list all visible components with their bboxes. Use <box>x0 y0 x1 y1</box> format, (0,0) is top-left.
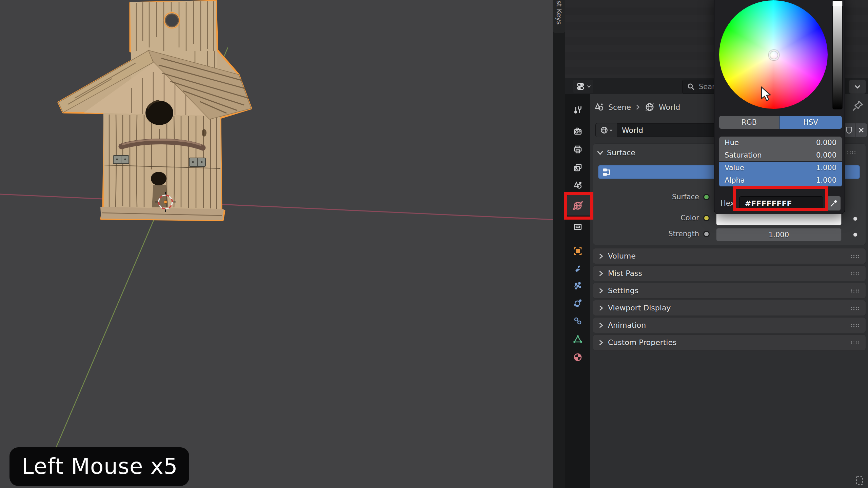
viewport-scene <box>0 0 553 488</box>
alpha-slider[interactable]: Alpha 1.000 <box>719 174 842 186</box>
chevron-right-icon <box>598 288 604 294</box>
world-icon <box>600 126 609 135</box>
strength-slider[interactable]: 1.000 <box>716 228 842 241</box>
saturation-slider[interactable]: Saturation 0.000 <box>719 149 842 161</box>
search-icon <box>687 82 695 91</box>
panel-mist-pass[interactable]: Mist Pass <box>593 265 866 281</box>
node-icon <box>602 167 612 177</box>
shield-icon <box>846 126 852 134</box>
tab-rgb[interactable]: RGB <box>719 116 779 129</box>
chevron-down-icon <box>597 150 604 155</box>
strength-socket-dot <box>703 231 710 237</box>
world-browse-button[interactable] <box>595 123 617 137</box>
tab-physics[interactable] <box>570 295 586 311</box>
panel-grip-handle[interactable] <box>847 151 856 154</box>
panel-custom-properties[interactable]: Custom Properties <box>593 334 866 350</box>
birdhouse-model <box>58 1 251 220</box>
tab-constraints[interactable] <box>570 313 586 329</box>
editor-type-button[interactable] <box>573 80 593 93</box>
sidebar-tab-last-keys[interactable]: Last Keys <box>553 0 566 33</box>
color-picker-popup: RGB HSV Hue 0.000 Saturation 0.000 Value… <box>714 0 845 214</box>
chevron-right-icon <box>598 322 604 328</box>
color-swatch-field[interactable] <box>716 212 842 225</box>
close-icon <box>858 127 864 133</box>
tab-output[interactable] <box>570 142 586 157</box>
tab-collection[interactable] <box>570 219 586 235</box>
tab-particles[interactable] <box>570 278 586 294</box>
panel-grip-handle[interactable] <box>850 324 860 327</box>
chevron-down-icon <box>854 85 861 89</box>
color-keyframe-dot[interactable] <box>853 217 857 221</box>
panel-viewport-display[interactable]: Viewport Display <box>593 300 866 316</box>
chevron-down-icon <box>587 85 591 88</box>
header-options-button[interactable] <box>849 80 866 94</box>
tab-render[interactable] <box>570 124 586 139</box>
hue-slider[interactable]: Hue 0.000 <box>719 137 842 149</box>
pin-icon <box>850 99 865 113</box>
hinge-left <box>113 156 129 164</box>
chevron-right-icon <box>598 340 604 346</box>
pin-id-button[interactable] <box>850 99 865 113</box>
viewport-sidebar-strip <box>553 0 565 488</box>
panel-settings[interactable]: Settings <box>593 283 866 299</box>
blender-window: Left Mouse x5 Last Keys Search <box>0 0 868 488</box>
strength-row-label: Strength <box>644 230 699 238</box>
surface-row-label: Surface <box>644 193 699 201</box>
tab-modifiers[interactable] <box>570 261 586 277</box>
axis-x-line <box>0 194 553 220</box>
lower-hole <box>151 172 166 185</box>
panel-grip-handle[interactable] <box>850 272 860 275</box>
screencast-key-label: Left Mouse x5 <box>9 447 189 486</box>
chevron-down-icon <box>609 129 613 132</box>
scene-icon <box>594 102 604 112</box>
strength-keyframe-dot[interactable] <box>853 232 857 237</box>
panel-volume[interactable]: Volume <box>593 248 866 264</box>
tab-object-data[interactable] <box>570 331 586 347</box>
chevron-right-icon <box>598 253 604 259</box>
value-slider-row[interactable]: Value 1.000 <box>719 162 842 174</box>
tab-texture[interactable] <box>570 349 586 365</box>
unlink-button[interactable] <box>855 123 867 137</box>
tab-view-layer[interactable] <box>570 160 586 176</box>
color-wheel-cursor[interactable] <box>769 50 779 60</box>
panel-animation[interactable]: Animation <box>593 317 866 333</box>
hang-hole <box>165 14 178 27</box>
breadcrumb-world[interactable]: World <box>659 103 680 111</box>
properties-editor-icon <box>576 82 586 91</box>
surface-socket-dot <box>703 194 710 200</box>
hsv-sliders: Hue 0.000 Saturation 0.000 Value 1.000 A… <box>719 137 842 187</box>
panel-grip-handle[interactable] <box>850 306 860 310</box>
highlight-hex-field <box>733 186 828 211</box>
breadcrumb-separator-icon <box>635 104 640 110</box>
panel-grip-handle[interactable] <box>850 341 860 344</box>
eyedropper-button[interactable] <box>827 196 841 211</box>
panel-grip-handle[interactable] <box>850 255 860 258</box>
viewport-3d[interactable]: Left Mouse x5 <box>0 0 553 488</box>
breadcrumb-scene[interactable]: Scene <box>608 103 631 111</box>
world-icon <box>645 102 655 112</box>
surface-panel-title: Surface <box>607 148 635 157</box>
hinge-right <box>189 158 205 166</box>
tab-scene[interactable] <box>570 178 586 193</box>
chevron-right-icon <box>598 305 604 311</box>
value-slider[interactable] <box>832 0 843 109</box>
tab-hsv[interactable]: HSV <box>780 116 842 129</box>
value-slider-handle[interactable] <box>832 1 843 6</box>
breadcrumb: Scene World <box>594 101 680 113</box>
mouse-cursor <box>760 86 774 103</box>
eyedropper-icon <box>830 199 838 207</box>
highlight-world-tab <box>564 192 593 220</box>
chevron-right-icon <box>598 270 604 277</box>
wood-knot <box>202 129 206 137</box>
tab-tool[interactable] <box>570 102 586 118</box>
panel-grip-handle[interactable] <box>850 289 860 292</box>
color-socket-dot <box>703 215 710 221</box>
tab-object[interactable] <box>570 243 586 259</box>
corner-resize-icon <box>854 474 865 487</box>
color-row-label: Color <box>644 214 699 222</box>
hex-label: Hex <box>721 199 734 207</box>
